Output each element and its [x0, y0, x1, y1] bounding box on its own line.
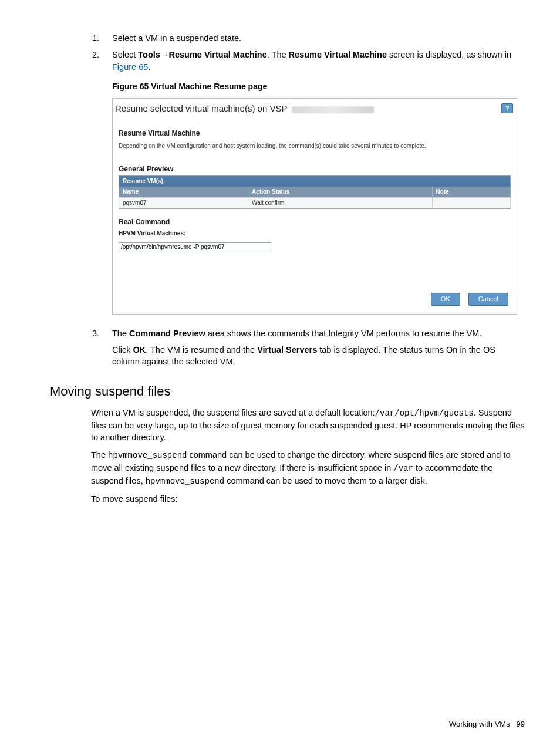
button-row: OK Cancel: [119, 293, 511, 305]
page-footer: Working with VMs 99: [449, 719, 525, 730]
hpvm-label: HPVM Virtual Machines:: [119, 229, 511, 238]
figure-caption: Figure 65 Virtual Machine Resume page: [112, 81, 525, 93]
text: . The VM is resumed and the: [146, 345, 257, 355]
redacted-host: [292, 106, 374, 113]
code-cmd: hpvmmove_suspend: [108, 451, 187, 460]
paragraph-3: To move suspend files:: [91, 493, 525, 505]
page-number: 99: [517, 720, 525, 728]
col-status: Action Status: [248, 187, 432, 198]
code-path: /var/opt/hpvm/guests: [375, 409, 474, 418]
general-preview-heading: General Preview: [119, 164, 511, 174]
text: area shows the commands that Integrity V…: [205, 329, 482, 338]
table-title: Resume VM(s).: [119, 176, 511, 187]
command-input[interactable]: [119, 242, 271, 251]
resume-vm-label-2: Resume Virtual Machine: [289, 50, 387, 59]
paragraph-1: When a VM is suspended, the suspend file…: [91, 407, 525, 443]
step-1: Select a VM in a suspended state.: [102, 32, 525, 44]
resume-vm-label: Resume Virtual Machine: [168, 50, 266, 59]
figure-link[interactable]: Figure 65: [112, 62, 148, 72]
text: Click: [112, 345, 133, 355]
text: .: [148, 62, 150, 72]
ok-button[interactable]: OK: [431, 293, 460, 305]
panel-header: Resume selected virtual machine(s) on VS…: [113, 99, 517, 118]
paragraph-2: The hpvmmove_suspend command can be used…: [91, 449, 525, 487]
text: When a VM is suspended, the suspend file…: [91, 408, 375, 417]
panel-title: Resume selected virtual machine(s) on VS…: [115, 103, 287, 113]
panel-body: Resume Virtual Machine Depending on the …: [113, 118, 517, 313]
command-preview-label: Command Preview: [129, 329, 205, 338]
virtual-servers-label: Virtual Servers: [257, 345, 317, 355]
tools-label: Tools: [138, 50, 160, 59]
resume-vm-note: Depending on the VM configuration and ho…: [119, 142, 511, 150]
cell-status: Wait confirm: [248, 198, 432, 209]
section-heading: Moving suspend files: [50, 383, 525, 401]
text: command can be used to move them to a la…: [224, 476, 427, 485]
footer-text: Working with VMs: [449, 720, 510, 728]
text: The: [112, 329, 129, 338]
cancel-button[interactable]: Cancel: [468, 293, 508, 305]
table-title-row: Resume VM(s).: [119, 176, 511, 187]
text: Select: [112, 50, 138, 59]
real-command-heading: Real Command: [119, 217, 511, 227]
code-cmd: hpvmmove_suspend: [146, 477, 224, 486]
page: Select a VM in a suspended state. Select…: [0, 0, 560, 746]
cell-name: pqsvm07: [119, 198, 248, 209]
table-row: pqsvm07 Wait confirm: [119, 198, 511, 209]
step-2: Select Tools→Resume Virtual Machine. The…: [102, 49, 525, 314]
text: The: [91, 450, 108, 460]
resume-vm-heading: Resume Virtual Machine: [119, 129, 511, 139]
cell-note: [432, 198, 510, 209]
screenshot-panel: Resume selected virtual machine(s) on VS…: [112, 98, 517, 314]
text: screen is displayed, as shown in: [387, 50, 511, 59]
table-header-row: Name Action Status Note: [119, 187, 511, 198]
arrow-icon: →: [160, 50, 169, 59]
code-path: /var: [393, 464, 413, 473]
ok-label: OK: [133, 345, 146, 355]
col-note: Note: [432, 187, 510, 198]
col-name: Name: [119, 187, 248, 198]
ordered-steps: Select a VM in a suspended state. Select…: [50, 32, 525, 367]
help-icon[interactable]: ?: [501, 103, 513, 113]
step-3: The Command Preview area shows the comma…: [102, 328, 525, 368]
preview-table: Resume VM(s). Name Action Status Note pq…: [119, 175, 511, 209]
text: . The: [267, 50, 289, 59]
panel-title-wrap: Resume selected virtual machine(s) on VS…: [115, 102, 374, 114]
